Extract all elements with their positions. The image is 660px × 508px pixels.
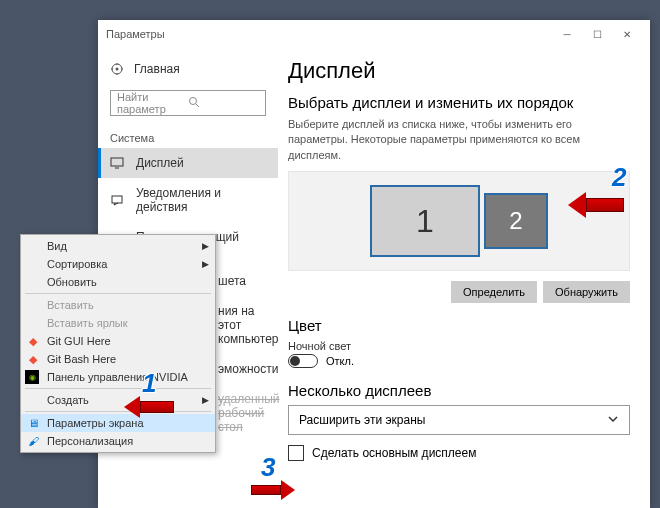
ctx-git-bash[interactable]: ◆Git Bash Here bbox=[21, 350, 215, 368]
dropdown-value: Расширить эти экраны bbox=[299, 413, 425, 427]
annotation-arrow-3 bbox=[251, 480, 295, 500]
sidebar-home[interactable]: Главная bbox=[98, 56, 278, 82]
ctx-refresh[interactable]: Обновить bbox=[21, 273, 215, 291]
ctx-personalize[interactable]: 🖌Персонализация bbox=[21, 432, 215, 450]
maximize-button[interactable]: ☐ bbox=[582, 24, 612, 44]
detect-button[interactable]: Обнаружить bbox=[543, 281, 630, 303]
git-icon: ◆ bbox=[25, 351, 41, 367]
ctx-separator bbox=[25, 293, 211, 294]
sidebar-item-display[interactable]: Дисплей bbox=[98, 148, 278, 178]
minimize-button[interactable]: ─ bbox=[552, 24, 582, 44]
svg-line-7 bbox=[196, 104, 199, 107]
display-arrange-area[interactable]: 1 2 bbox=[288, 171, 630, 271]
chevron-down-icon bbox=[607, 413, 619, 428]
sidebar-item-label: Уведомления и действия bbox=[136, 186, 266, 214]
primary-display-checkbox[interactable] bbox=[288, 445, 304, 461]
ctx-nvidia[interactable]: ◉Панель управления NVIDIA bbox=[21, 368, 215, 386]
night-light-toggle[interactable] bbox=[288, 354, 318, 368]
sidebar-section-label: Система bbox=[98, 124, 278, 148]
ctx-display-settings[interactable]: 🖥Параметры экрана bbox=[21, 414, 215, 432]
svg-rect-8 bbox=[111, 158, 123, 166]
titlebar: Параметры ─ ☐ ✕ bbox=[98, 20, 650, 48]
annotation-number-3: 3 bbox=[261, 452, 275, 483]
arrange-subtitle: Выбрать дисплеи и изменить их порядок bbox=[288, 94, 630, 111]
personalize-icon: 🖌 bbox=[25, 433, 41, 449]
ctx-view[interactable]: Вид▶ bbox=[21, 237, 215, 255]
ctx-sort[interactable]: Сортировка▶ bbox=[21, 255, 215, 273]
search-input[interactable]: Найти параметр bbox=[110, 90, 266, 116]
submenu-arrow-icon: ▶ bbox=[202, 241, 209, 251]
ctx-paste-shortcut: Вставить ярлык bbox=[21, 314, 215, 332]
ctx-separator bbox=[25, 388, 211, 389]
display-icon: 🖥 bbox=[25, 415, 41, 431]
night-light-label: Ночной свет bbox=[288, 340, 630, 352]
ctx-separator bbox=[25, 411, 211, 412]
page-title: Дисплей bbox=[288, 58, 630, 84]
main-panel: Дисплей Выбрать дисплеи и изменить их по… bbox=[278, 48, 650, 508]
submenu-arrow-icon: ▶ bbox=[202, 395, 209, 405]
svg-rect-10 bbox=[112, 196, 122, 203]
annotation-number-1: 1 bbox=[142, 368, 156, 399]
primary-display-row[interactable]: Сделать основным дисплеем bbox=[288, 445, 630, 461]
desktop-context-menu: Вид▶ Сортировка▶ Обновить Вставить Встав… bbox=[20, 234, 216, 453]
multi-display-title: Несколько дисплеев bbox=[288, 382, 630, 399]
notification-icon bbox=[110, 193, 124, 207]
toggle-state: Откл. bbox=[326, 355, 354, 367]
close-button[interactable]: ✕ bbox=[612, 24, 642, 44]
multi-display-dropdown[interactable]: Расширить эти экраны bbox=[288, 405, 630, 435]
sidebar-item-notifications[interactable]: Уведомления и действия bbox=[98, 178, 278, 222]
monitor-icon bbox=[110, 156, 124, 170]
ctx-new[interactable]: Создать▶ bbox=[21, 391, 215, 409]
search-icon bbox=[188, 96, 259, 110]
sidebar-home-label: Главная bbox=[134, 62, 180, 76]
svg-point-6 bbox=[190, 98, 197, 105]
ctx-git-gui[interactable]: ◆Git GUI Here bbox=[21, 332, 215, 350]
monitor-2[interactable]: 2 bbox=[484, 193, 548, 249]
color-section-title: Цвет bbox=[288, 317, 630, 334]
primary-display-label: Сделать основным дисплеем bbox=[312, 446, 476, 460]
submenu-arrow-icon: ▶ bbox=[202, 259, 209, 269]
window-title: Параметры bbox=[106, 28, 552, 40]
home-icon bbox=[110, 62, 124, 76]
annotation-number-2: 2 bbox=[612, 162, 626, 193]
arrange-description: Выберите дисплей из списка ниже, чтобы и… bbox=[288, 117, 630, 163]
nvidia-icon: ◉ bbox=[25, 370, 39, 384]
git-icon: ◆ bbox=[25, 333, 41, 349]
sidebar-item-label: Дисплей bbox=[136, 156, 184, 170]
ctx-paste: Вставить bbox=[21, 296, 215, 314]
search-placeholder: Найти параметр bbox=[117, 91, 188, 115]
svg-point-1 bbox=[116, 68, 119, 71]
identify-button[interactable]: Определить bbox=[451, 281, 537, 303]
annotation-arrow-1 bbox=[124, 396, 174, 418]
monitor-1[interactable]: 1 bbox=[370, 185, 480, 257]
annotation-arrow-2 bbox=[568, 192, 624, 218]
